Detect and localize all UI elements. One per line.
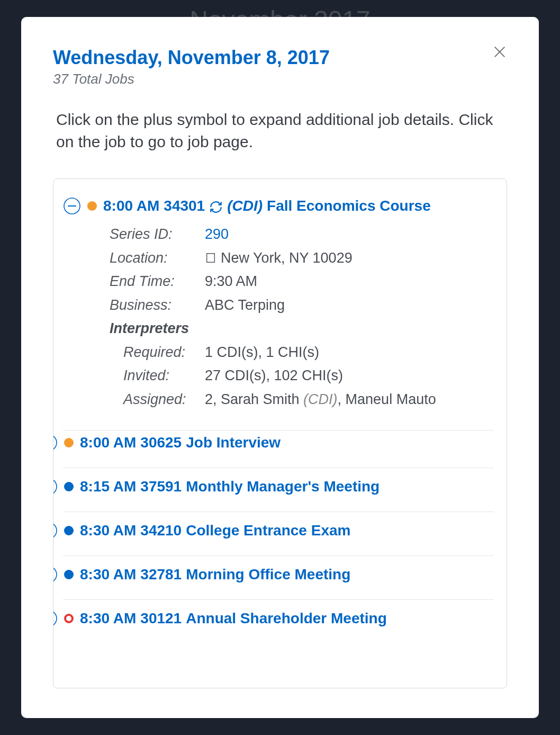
- jobs-panel: 8:00 AM 34301 (CDI) Fall Economics Cours…: [53, 178, 507, 688]
- svg-point-26: [53, 611, 57, 626]
- expand-button[interactable]: [53, 522, 58, 540]
- status-dot-icon: [64, 438, 74, 447]
- status-dot-icon: [64, 482, 74, 491]
- assigned-text: 2, Sarah Smith: [205, 391, 303, 407]
- job-title-link[interactable]: 8:30 AM 34210 College Entrance Exam: [80, 522, 350, 539]
- detail-label: Location:: [110, 246, 205, 270]
- job-time: 8:00 AM: [103, 198, 159, 214]
- status-dot-icon: [87, 201, 97, 211]
- job-name: Monthly Manager's Meeting: [186, 478, 380, 495]
- detail-value: 1 CDI(s), 1 CHI(s): [205, 340, 319, 364]
- job-id: 30121: [140, 610, 182, 627]
- expand-button[interactable]: [53, 478, 58, 496]
- detail-value: 9:30 AM: [205, 270, 257, 293]
- job-row: 8:30 AM 34210 College Entrance Exam: [63, 505, 494, 549]
- job-title-link[interactable]: 8:00 AM 30625 Job Interview: [80, 434, 281, 451]
- plus-circle-icon: [53, 566, 58, 584]
- assigned-cdi: (CDI): [303, 391, 337, 407]
- modal-subtitle: 37 Total Jobs: [53, 71, 507, 87]
- job-id: 34301: [164, 198, 205, 214]
- svg-point-17: [53, 479, 57, 495]
- plus-circle-icon: [53, 522, 58, 540]
- job-name: Morning Office Meeting: [186, 566, 350, 583]
- recurring-icon: [209, 198, 223, 214]
- svg-point-23: [53, 567, 57, 582]
- jobs-scroll-area[interactable]: 8:00 AM 34301 (CDI) Fall Economics Cours…: [53, 179, 507, 688]
- series-id-link[interactable]: 290: [205, 222, 229, 246]
- job-row: 8:00 AM 34301 (CDI) Fall Economics Cours…: [63, 187, 494, 424]
- detail-label: Invited:: [110, 364, 205, 388]
- job-time: 8:30 AM: [80, 522, 136, 539]
- detail-value: 2, Sarah Smith (CDI), Maneul Mauto: [205, 388, 436, 411]
- minus-circle-icon: [63, 197, 81, 215]
- job-title-link[interactable]: 8:00 AM 34301 (CDI) Fall Economics Cours…: [103, 198, 431, 214]
- job-time: 8:30 AM: [80, 610, 136, 627]
- job-id: 32781: [140, 566, 182, 583]
- job-id: 30625: [140, 434, 182, 451]
- modal-description: Click on the plus symbol to expand addit…: [53, 109, 507, 153]
- job-id: 37591: [140, 478, 182, 495]
- plus-circle-icon: [53, 478, 58, 496]
- svg-rect-4: [207, 253, 215, 262]
- job-row: 8:15 AM 37591 Monthly Manager's Meeting: [63, 461, 494, 505]
- detail-label: Assigned:: [110, 388, 205, 411]
- collapse-button[interactable]: [63, 197, 81, 215]
- expand-button[interactable]: [53, 566, 58, 584]
- detail-value: New York, NY 10029: [205, 246, 353, 270]
- job-time: 8:00 AM: [80, 434, 136, 451]
- close-button[interactable]: [490, 42, 509, 61]
- close-icon: [492, 44, 507, 59]
- day-detail-modal: Wednesday, November 8, 2017 37 Total Job…: [21, 17, 539, 718]
- plus-circle-icon: [53, 609, 58, 628]
- svg-point-20: [53, 523, 57, 539]
- detail-label: Required:: [110, 340, 205, 364]
- building-icon: [205, 247, 216, 259]
- job-title-link[interactable]: 8:30 AM 32781 Morning Office Meeting: [80, 566, 350, 583]
- job-name: Job Interview: [186, 434, 281, 451]
- expand-button[interactable]: [53, 609, 58, 628]
- detail-label: Series ID:: [110, 222, 205, 246]
- status-dot-icon: [64, 526, 74, 535]
- detail-value: 27 CDI(s), 102 CHI(s): [205, 364, 343, 388]
- svg-point-14: [53, 435, 57, 451]
- job-details: Series ID: 290 Location: New York, NY 10…: [110, 222, 494, 411]
- detail-label: End Time:: [110, 270, 205, 293]
- status-dot-icon: [64, 570, 74, 579]
- plus-circle-icon: [53, 434, 58, 452]
- job-time: 8:15 AM: [80, 478, 136, 495]
- status-dot-icon: [64, 614, 74, 623]
- detail-value: ABC Terping: [205, 293, 285, 317]
- job-row: 8:30 AM 32781 Morning Office Meeting: [63, 549, 494, 593]
- job-name: Fall Economics Course: [267, 198, 431, 214]
- job-name: Annual Shareholder Meeting: [186, 610, 387, 627]
- job-title-link[interactable]: 8:15 AM 37591 Monthly Manager's Meeting: [80, 478, 380, 495]
- cdi-tag: (CDI): [227, 198, 263, 214]
- location-text: New York, NY 10029: [221, 250, 353, 266]
- detail-label: Business:: [110, 293, 205, 317]
- expand-button[interactable]: [53, 434, 58, 452]
- job-time: 8:30 AM: [80, 566, 136, 583]
- assigned-text: , Maneul Mauto: [338, 391, 436, 407]
- job-name: College Entrance Exam: [186, 522, 350, 539]
- job-row: 8:00 AM 30625 Job Interview: [63, 424, 494, 461]
- modal-date-title: Wednesday, November 8, 2017: [53, 47, 507, 69]
- job-row: 8:30 AM 30121 Annual Shareholder Meeting: [63, 593, 494, 637]
- interpreters-header: Interpreters: [110, 317, 494, 340]
- job-title-link[interactable]: 8:30 AM 30121 Annual Shareholder Meeting: [80, 610, 387, 627]
- job-id: 34210: [140, 522, 182, 539]
